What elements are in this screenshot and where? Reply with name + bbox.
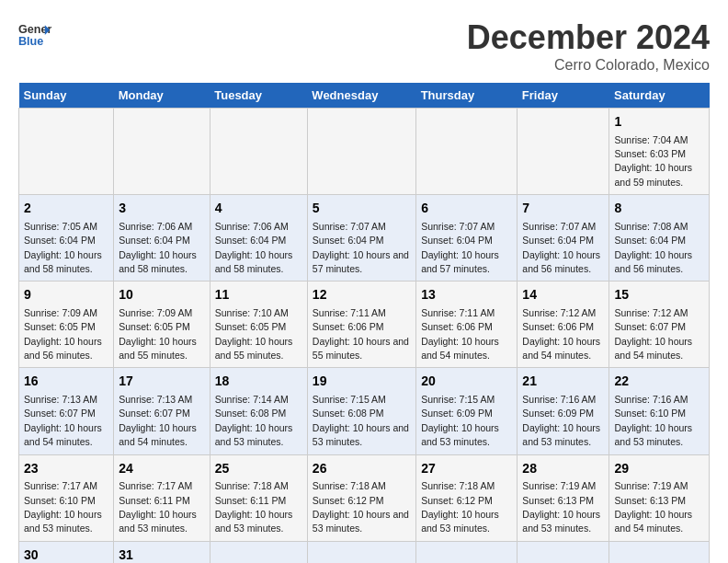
- daylight: Daylight: 10 hours and 59 minutes.: [614, 162, 692, 187]
- calendar-week-row: 16Sunrise: 7:13 AMSunset: 6:07 PMDayligh…: [19, 368, 710, 454]
- daylight: Daylight: 10 hours and 53 minutes.: [215, 509, 293, 534]
- calendar-cell: 11Sunrise: 7:10 AMSunset: 6:05 PMDayligh…: [210, 282, 307, 368]
- sunrise: Sunrise: 7:13 AM: [24, 394, 97, 405]
- daylight: Daylight: 10 hours and 54 minutes.: [24, 422, 102, 447]
- sunrise: Sunrise: 7:12 AM: [614, 307, 688, 318]
- sunrise: Sunrise: 7:05 AM: [24, 221, 97, 232]
- calendar-cell: 31Sunrise: 7:20 AMSunset: 6:15 PMDayligh…: [114, 541, 210, 563]
- day-number: 8: [614, 200, 704, 218]
- calendar-cell: 15Sunrise: 7:12 AMSunset: 6:07 PMDayligh…: [609, 282, 710, 368]
- day-number: 6: [421, 200, 512, 218]
- title-block: December 2024 Cerro Colorado, Mexico: [467, 18, 710, 74]
- daylight: Daylight: 10 hours and 58 minutes.: [119, 249, 197, 274]
- sunset: Sunset: 6:13 PM: [522, 495, 594, 506]
- sunrise: Sunrise: 7:07 AM: [522, 221, 596, 232]
- day-number: 26: [313, 460, 411, 478]
- day-number: 1: [614, 113, 704, 132]
- calendar-body: 1Sunrise: 7:04 AMSunset: 6:03 PMDaylight…: [19, 109, 710, 564]
- svg-text:Blue: Blue: [18, 35, 43, 48]
- calendar-week-row: 1Sunrise: 7:04 AMSunset: 6:03 PMDaylight…: [19, 109, 710, 195]
- day-number: 15: [614, 286, 704, 304]
- calendar-cell: [518, 109, 609, 195]
- sunrise: Sunrise: 7:08 AM: [614, 221, 688, 232]
- sunrise: Sunrise: 7:16 AM: [522, 394, 596, 405]
- calendar-cell: 21Sunrise: 7:16 AMSunset: 6:09 PMDayligh…: [518, 368, 609, 454]
- calendar-cell: [210, 109, 307, 195]
- sunset: Sunset: 6:04 PM: [421, 235, 493, 246]
- daylight: Daylight: 10 hours and 53 minutes.: [215, 422, 293, 447]
- day-number: 2: [24, 200, 108, 218]
- sunrise: Sunrise: 7:11 AM: [313, 307, 386, 318]
- sunset: Sunset: 6:08 PM: [215, 408, 287, 419]
- daylight: Daylight: 10 hours and 53 minutes.: [119, 509, 197, 534]
- daylight: Daylight: 10 hours and 54 minutes.: [614, 509, 692, 534]
- sunrise: Sunrise: 7:09 AM: [24, 307, 97, 318]
- sunrise: Sunrise: 7:11 AM: [421, 307, 495, 318]
- col-sunday: Sunday: [19, 83, 114, 109]
- sunrise: Sunrise: 7:17 AM: [24, 480, 97, 491]
- daylight: Daylight: 10 hours and 53 minutes.: [313, 509, 409, 534]
- daylight: Daylight: 10 hours and 57 minutes.: [313, 249, 409, 274]
- sunset: Sunset: 6:12 PM: [421, 495, 493, 506]
- calendar-cell: 3Sunrise: 7:06 AMSunset: 6:04 PMDaylight…: [114, 195, 210, 282]
- calendar-cell: [210, 541, 307, 563]
- daylight: Daylight: 10 hours and 55 minutes.: [313, 336, 409, 361]
- daylight: Daylight: 10 hours and 56 minutes.: [614, 249, 692, 274]
- page-header: General Blue December 2024 Cerro Colorad…: [18, 18, 710, 74]
- daylight: Daylight: 10 hours and 54 minutes.: [614, 336, 692, 361]
- calendar-cell: 9Sunrise: 7:09 AMSunset: 6:05 PMDaylight…: [19, 282, 114, 368]
- calendar-cell: [19, 109, 114, 195]
- sunset: Sunset: 6:11 PM: [215, 495, 287, 506]
- subtitle: Cerro Colorado, Mexico: [467, 57, 710, 74]
- calendar-cell: [609, 541, 710, 563]
- day-number: 5: [313, 200, 411, 218]
- calendar-cell: 28Sunrise: 7:19 AMSunset: 6:13 PMDayligh…: [518, 454, 609, 541]
- day-number: 14: [522, 286, 604, 304]
- day-number: 9: [24, 286, 108, 304]
- calendar-cell: 23Sunrise: 7:17 AMSunset: 6:10 PMDayligh…: [19, 454, 114, 541]
- sunset: Sunset: 6:05 PM: [215, 321, 287, 332]
- calendar-cell: 26Sunrise: 7:18 AMSunset: 6:12 PMDayligh…: [307, 454, 415, 541]
- calendar-cell: [307, 109, 415, 195]
- sunrise: Sunrise: 7:07 AM: [421, 221, 495, 232]
- col-saturday: Saturday: [609, 83, 710, 109]
- day-number: 11: [215, 286, 302, 304]
- calendar-cell: 17Sunrise: 7:13 AMSunset: 6:07 PMDayligh…: [114, 368, 210, 454]
- sunset: Sunset: 6:12 PM: [313, 495, 384, 506]
- sunrise: Sunrise: 7:18 AM: [421, 480, 495, 491]
- calendar-table: Sunday Monday Tuesday Wednesday Thursday…: [18, 83, 710, 563]
- calendar-cell: 10Sunrise: 7:09 AMSunset: 6:05 PMDayligh…: [114, 282, 210, 368]
- sunset: Sunset: 6:07 PM: [614, 321, 686, 332]
- daylight: Daylight: 10 hours and 55 minutes.: [215, 336, 293, 361]
- calendar-week-row: 9Sunrise: 7:09 AMSunset: 6:05 PMDaylight…: [19, 282, 710, 368]
- day-number: 3: [119, 200, 205, 218]
- sunset: Sunset: 6:05 PM: [24, 321, 96, 332]
- sunset: Sunset: 6:04 PM: [614, 235, 686, 246]
- calendar-cell: 7Sunrise: 7:07 AMSunset: 6:04 PMDaylight…: [518, 195, 609, 282]
- day-number: 12: [313, 286, 411, 304]
- sunrise: Sunrise: 7:06 AM: [119, 221, 192, 232]
- col-friday: Friday: [518, 83, 609, 109]
- sunset: Sunset: 6:08 PM: [313, 408, 384, 419]
- daylight: Daylight: 10 hours and 54 minutes.: [522, 336, 600, 361]
- calendar-cell: [416, 109, 518, 195]
- day-number: 17: [119, 373, 205, 391]
- daylight: Daylight: 10 hours and 57 minutes.: [421, 249, 499, 274]
- calendar-cell: [307, 541, 415, 563]
- calendar-cell: 30Sunrise: 7:20 AMSunset: 6:14 PMDayligh…: [19, 541, 114, 563]
- sunset: Sunset: 6:13 PM: [614, 495, 686, 506]
- sunrise: Sunrise: 7:07 AM: [313, 221, 386, 232]
- day-number: 7: [522, 200, 604, 218]
- sunset: Sunset: 6:09 PM: [421, 408, 493, 419]
- sunset: Sunset: 6:07 PM: [24, 408, 96, 419]
- day-number: 25: [215, 460, 302, 478]
- main-title: December 2024: [467, 18, 710, 57]
- sunrise: Sunrise: 7:09 AM: [119, 307, 192, 318]
- day-number: 28: [522, 460, 604, 478]
- sunrise: Sunrise: 7:17 AM: [119, 480, 192, 491]
- calendar-cell: 5Sunrise: 7:07 AMSunset: 6:04 PMDaylight…: [307, 195, 415, 282]
- calendar-week-row: 2Sunrise: 7:05 AMSunset: 6:04 PMDaylight…: [19, 195, 710, 282]
- calendar-week-row: 30Sunrise: 7:20 AMSunset: 6:14 PMDayligh…: [19, 541, 710, 563]
- calendar-cell: 24Sunrise: 7:17 AMSunset: 6:11 PMDayligh…: [114, 454, 210, 541]
- calendar-cell: 4Sunrise: 7:06 AMSunset: 6:04 PMDaylight…: [210, 195, 307, 282]
